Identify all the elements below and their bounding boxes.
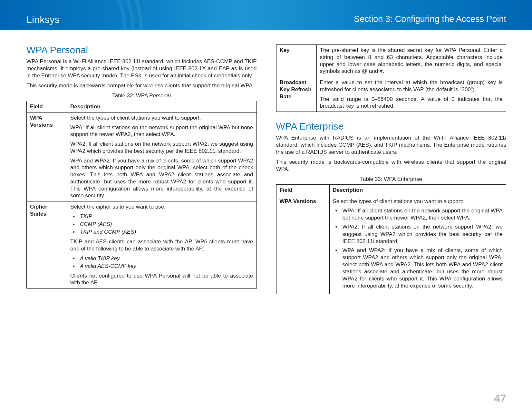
wpa-enterprise-intro-2: This security mode is backwards-compatib… [276, 159, 507, 173]
cell-broadcast-desc: Enter a value to set the interval at whi… [316, 77, 506, 112]
table-32-caption: Table 32: WPA Personal [26, 93, 257, 99]
cell-text: Enter a value to set the interval at whi… [320, 79, 503, 93]
cell-text: WPA and WPA2: If you have a mix of clien… [70, 157, 253, 200]
table-row: Field Description [27, 101, 257, 113]
section-label: Section 3: Configuring the Access Point [354, 14, 506, 24]
row-label-key: Key [276, 45, 316, 77]
table-row: Field Description [276, 184, 506, 196]
cell-key-desc: The pre-shared key is the shared secret … [316, 45, 506, 77]
page-number: 47 [494, 392, 506, 405]
th-field: Field [276, 184, 329, 196]
table-33-caption: Table 33: WPA Enterprise [276, 176, 507, 182]
cipher-bullet-list: TKIP CCMP (AES) TKIP and CCMP (AES) [70, 213, 253, 236]
list-item: WPA and WPA2: If you have a mix of clien… [333, 247, 503, 290]
table-row: Cipher Suites Select the cipher suite yo… [27, 201, 257, 289]
cell-text: Select the types of client stations you … [333, 198, 503, 205]
row-label-wpa-versions: WPA Versions [276, 196, 329, 294]
cell-text: The valid range is 0–86400 seconds. A va… [320, 96, 503, 110]
right-column: Key The pre-shared key is the shared sec… [276, 44, 507, 294]
table-row: WPA Versions Select the types of client … [276, 196, 506, 294]
list-item: WPA: If all client stations on the netwo… [333, 207, 503, 221]
brand-name: Linksys [26, 14, 60, 25]
list-item: CCMP (AES) [70, 221, 253, 228]
table-32-continued: Key The pre-shared key is the shared sec… [276, 44, 507, 112]
list-item: TKIP and CCMP (AES) [70, 229, 253, 236]
th-field: Field [27, 101, 67, 113]
wpa-personal-intro-2: This security mode is backwards-compatib… [26, 82, 257, 89]
left-column: WPA Personal WPA Personal is a Wi-Fi All… [26, 44, 257, 294]
cell-wpa-versions-desc: Select the types of client stations you … [67, 112, 257, 201]
list-item: A valid TKIP key [70, 255, 253, 262]
wpa-personal-intro-1: WPA Personal is a Wi-Fi Alliance IEEE 80… [26, 58, 257, 79]
wpa-enterprise-heading: WPA Enterprise [276, 121, 507, 132]
list-item: TKIP [70, 213, 253, 220]
cell-text: TKIP and AES clients can associate with … [70, 238, 253, 252]
table-32: Field Description WPA Versions Select th… [26, 101, 257, 289]
cell-text: Select the cipher suite you want to use: [70, 203, 253, 210]
wpa-enterprise-intro-1: WPA Enterprise with RADIUS is an impleme… [276, 134, 507, 155]
th-description: Description [329, 184, 506, 196]
list-item: WPA2: If all client stations on the netw… [333, 223, 503, 245]
table-row: WPA Versions Select the types of client … [27, 112, 257, 201]
versions-bullet-list: WPA: If all client stations on the netwo… [333, 207, 503, 289]
th-description: Description [67, 101, 257, 113]
cell-text: The pre-shared key is the shared secret … [320, 47, 503, 75]
page-header: Linksys Section 3: Configuring the Acces… [0, 0, 532, 30]
list-item: A valid AES-CCMP key [70, 263, 253, 270]
row-label-cipher-suites: Cipher Suites [27, 201, 67, 289]
cell-text: WPA2: If all client stations on the netw… [70, 141, 253, 155]
content-area: WPA Personal WPA Personal is a Wi-Fi All… [0, 30, 532, 294]
table-row: Key The pre-shared key is the shared sec… [276, 45, 506, 77]
row-label-broadcast: Broadcast Key Refresh Rate [276, 77, 316, 112]
table-row: Broadcast Key Refresh Rate Enter a value… [276, 77, 506, 112]
key-bullet-list: A valid TKIP key A valid AES-CCMP key [70, 255, 253, 270]
wpa-personal-heading: WPA Personal [26, 44, 257, 55]
row-label-wpa-versions: WPA Versions [27, 112, 67, 201]
cell-cipher-suites-desc: Select the cipher suite you want to use:… [67, 201, 257, 289]
cell-text: Select the types of client stations you … [70, 114, 253, 122]
cell-text: Clients not configured to use WPA Person… [70, 272, 253, 287]
cell-text: WPA: If all client stations on the netwo… [70, 124, 253, 138]
table-33: Field Description WPA Versions Select th… [276, 184, 507, 295]
header-decoration [0, 0, 148, 30]
cell-wpa-versions-desc: Select the types of client stations you … [329, 196, 506, 294]
